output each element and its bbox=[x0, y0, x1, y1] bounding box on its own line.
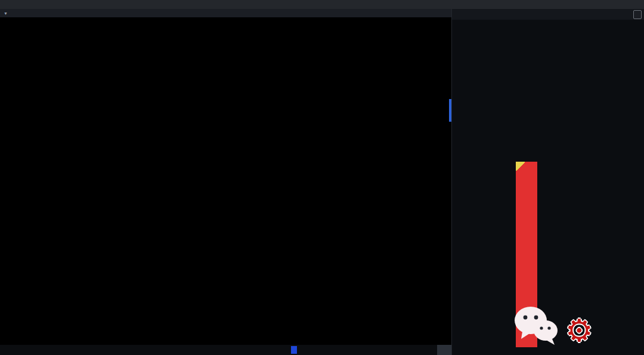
crosshair-date-tag bbox=[291, 346, 297, 354]
chart-toolbar: ▼ bbox=[0, 9, 452, 17]
logo-gear-icon: ⚙ bbox=[565, 314, 593, 347]
decision-matrix-button[interactable] bbox=[633, 10, 642, 19]
stock-header bbox=[452, 9, 644, 20]
stock-title bbox=[452, 9, 644, 20]
order-book bbox=[559, 30, 644, 227]
kline-pane[interactable] bbox=[0, 17, 452, 154]
volume-chart[interactable] bbox=[0, 154, 452, 345]
kline-chart[interactable] bbox=[0, 17, 452, 154]
site-logo: ⚙ bbox=[550, 309, 644, 355]
chevron-down-icon: ▼ bbox=[4, 11, 8, 16]
special-order-tag bbox=[516, 162, 525, 171]
time-axis bbox=[0, 345, 452, 355]
top-tab-bar bbox=[0, 0, 644, 9]
period-tab-daily[interactable] bbox=[437, 345, 453, 355]
indicator-menu[interactable]: ▼ bbox=[0, 11, 8, 16]
divider-drag-handle[interactable] bbox=[449, 99, 451, 122]
trading-app-window: ▼ bbox=[0, 0, 644, 355]
quote-grid bbox=[452, 30, 558, 154]
quote-panel bbox=[452, 9, 644, 355]
volume-pane[interactable] bbox=[0, 154, 452, 345]
